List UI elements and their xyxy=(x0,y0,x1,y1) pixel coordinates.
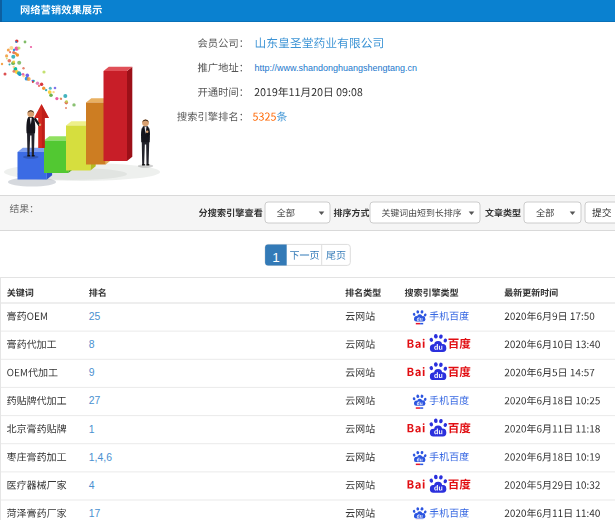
svg-text:1: 1 xyxy=(272,250,280,265)
svg-text:1: 1 xyxy=(89,424,95,435)
svg-text:http://www.shandonghuangshengt: http://www.shandonghuangshengtang.cn xyxy=(255,63,418,73)
svg-text:4: 4 xyxy=(89,480,95,491)
svg-text:1,4,6: 1,4,6 xyxy=(89,452,112,463)
svg-text:25: 25 xyxy=(89,311,101,322)
svg-text:27: 27 xyxy=(89,395,101,406)
svg-text:17: 17 xyxy=(89,508,101,519)
svg-text:9: 9 xyxy=(89,367,95,378)
svg-text:8: 8 xyxy=(89,339,95,350)
